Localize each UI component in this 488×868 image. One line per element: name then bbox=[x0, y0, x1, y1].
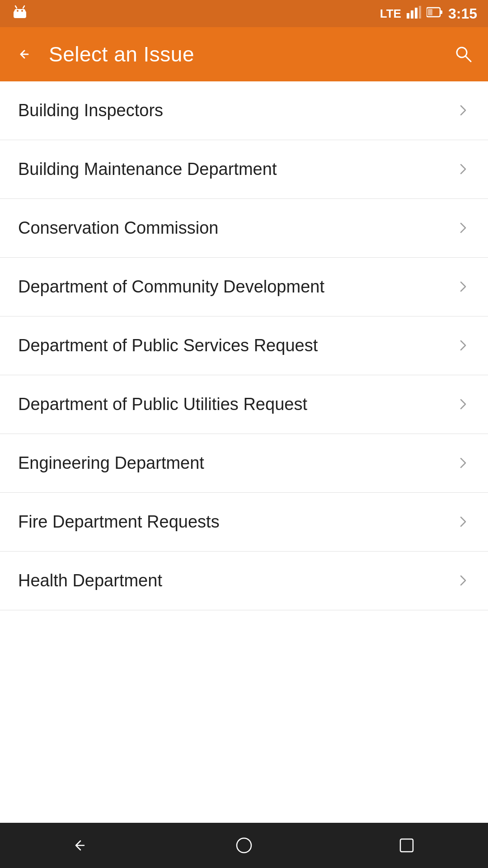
nav-back-button[interactable] bbox=[59, 832, 104, 859]
list-item[interactable]: Fire Department Requests bbox=[0, 493, 488, 552]
svg-point-17 bbox=[237, 838, 251, 853]
chevron-right-icon bbox=[455, 335, 470, 357]
svg-point-6 bbox=[17, 10, 19, 12]
list-item[interactable]: Building Maintenance Department bbox=[0, 140, 488, 199]
list-item-label: Building Inspectors bbox=[18, 101, 163, 120]
svg-rect-14 bbox=[428, 9, 432, 15]
svg-point-7 bbox=[21, 10, 23, 12]
svg-line-16 bbox=[466, 57, 471, 61]
list-item[interactable]: Engineering Department bbox=[0, 434, 488, 493]
svg-rect-9 bbox=[411, 10, 413, 19]
list-item-label: Department of Public Utilities Request bbox=[18, 395, 307, 414]
app-bar: Select an Issue bbox=[0, 27, 488, 81]
nav-recents-button[interactable] bbox=[384, 832, 429, 859]
lte-icon: LTE bbox=[380, 7, 401, 21]
list-item[interactable]: Department of Community Development bbox=[0, 258, 488, 316]
back-button[interactable] bbox=[11, 41, 38, 68]
chevron-right-icon bbox=[455, 158, 470, 181]
chevron-right-icon bbox=[455, 99, 470, 122]
list-item-label: Department of Public Services Request bbox=[18, 336, 318, 355]
page-title: Select an Issue bbox=[49, 42, 439, 66]
svg-rect-10 bbox=[415, 8, 418, 19]
list-item[interactable]: Department of Public Services Request bbox=[0, 316, 488, 375]
svg-line-4 bbox=[15, 6, 17, 8]
svg-rect-11 bbox=[419, 6, 421, 19]
svg-point-15 bbox=[457, 47, 467, 57]
svg-rect-13 bbox=[440, 10, 442, 14]
svg-rect-3 bbox=[14, 9, 25, 13]
list-item-label: Conservation Commission bbox=[18, 218, 219, 238]
status-bar-right: LTE 3:15 bbox=[380, 5, 477, 22]
issues-list: Building InspectorsBuilding Maintenance … bbox=[0, 81, 488, 823]
svg-rect-18 bbox=[400, 839, 413, 852]
chevron-right-icon bbox=[455, 452, 470, 475]
list-item[interactable]: Conservation Commission bbox=[0, 199, 488, 258]
status-time: 3:15 bbox=[448, 5, 477, 22]
signal-icon bbox=[407, 6, 421, 22]
chevron-right-icon bbox=[455, 217, 470, 240]
status-bar-left bbox=[11, 5, 29, 23]
status-bar: LTE 3:15 bbox=[0, 0, 488, 27]
search-button[interactable] bbox=[450, 41, 477, 68]
list-item-label: Engineering Department bbox=[18, 453, 204, 473]
list-item[interactable]: Department of Public Utilities Request bbox=[0, 375, 488, 434]
list-item-label: Department of Community Development bbox=[18, 277, 324, 297]
battery-icon bbox=[427, 6, 443, 21]
svg-rect-8 bbox=[407, 13, 409, 19]
chevron-right-icon bbox=[455, 570, 470, 592]
android-logo-icon bbox=[11, 5, 29, 23]
list-item-label: Fire Department Requests bbox=[18, 512, 220, 532]
bottom-navigation bbox=[0, 823, 488, 868]
svg-line-5 bbox=[23, 6, 24, 8]
list-item[interactable]: Health Department bbox=[0, 552, 488, 610]
list-item-label: Health Department bbox=[18, 571, 162, 590]
chevron-right-icon bbox=[455, 276, 470, 298]
chevron-right-icon bbox=[455, 393, 470, 416]
list-item[interactable]: Building Inspectors bbox=[0, 81, 488, 140]
list-item-label: Building Maintenance Department bbox=[18, 160, 277, 179]
chevron-right-icon bbox=[455, 511, 470, 533]
nav-home-button[interactable] bbox=[221, 832, 267, 859]
